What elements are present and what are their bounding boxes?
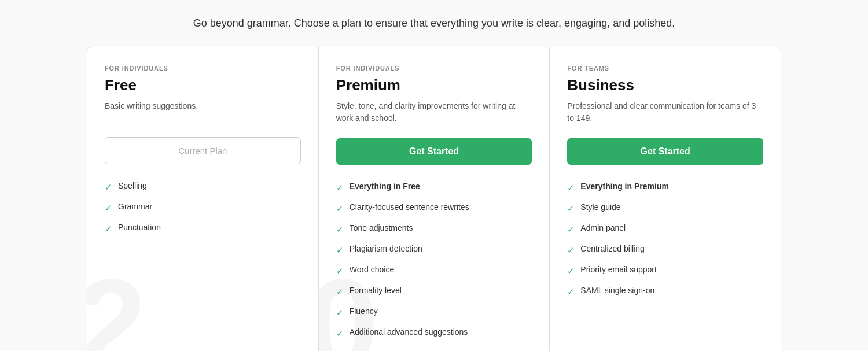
list-item: ✓Tone adjustments — [336, 223, 532, 235]
feature-label: Punctuation — [118, 222, 161, 234]
feature-label: Additional advanced suggestions — [350, 327, 468, 338]
plan-business: FOR TEAMSBusinessProfessional and clear … — [550, 47, 781, 351]
check-icon: ✓ — [105, 181, 112, 193]
feature-label: Plagiarism detection — [350, 243, 422, 255]
list-item: ✓Style guide — [567, 202, 763, 215]
plan-premium: 0FOR INDIVIDUALSPremiumStyle, tone, and … — [319, 47, 550, 351]
plan-business-description: Professional and clear communication for… — [567, 100, 763, 124]
feature-label: Fluency — [350, 306, 378, 317]
list-item: ✓Punctuation — [105, 222, 301, 235]
plan-business-for-label: FOR TEAMS — [567, 65, 763, 72]
plan-business-button[interactable]: Get Started — [567, 138, 763, 165]
page-subtitle: Go beyond grammar. Choose a plan to ensu… — [193, 17, 675, 29]
check-icon: ✓ — [336, 182, 344, 194]
list-item: ✓Priority email support — [567, 264, 763, 277]
list-item: ✓Admin panel — [567, 223, 763, 235]
check-icon: ✓ — [567, 223, 575, 235]
list-item: ✓Additional advanced suggestions — [336, 327, 532, 339]
list-item: ✓Everything in Premium — [567, 181, 763, 194]
feature-label: Word choice — [350, 264, 395, 276]
list-item: ✓Centralized billing — [567, 243, 763, 256]
list-item: ✓Spelling — [105, 180, 301, 193]
plan-premium-for-label: FOR INDIVIDUALS — [336, 65, 532, 72]
plan-free-name: Free — [105, 76, 301, 94]
list-item: ✓Plagiarism detection — [336, 243, 532, 256]
feature-label: Priority email support — [580, 264, 657, 276]
feature-label: Formality level — [350, 285, 402, 297]
check-icon: ✓ — [567, 244, 575, 256]
check-icon: ✓ — [105, 223, 112, 235]
feature-label: SAML single sign-on — [580, 285, 654, 297]
check-icon: ✓ — [336, 327, 344, 339]
plan-premium-name: Premium — [336, 76, 532, 94]
check-icon: ✓ — [336, 286, 344, 298]
check-icon: ✓ — [336, 265, 344, 277]
plan-premium-button[interactable]: Get Started — [336, 138, 532, 165]
check-icon: ✓ — [336, 244, 344, 256]
list-item: ✓Fluency — [336, 306, 532, 319]
feature-label: Admin panel — [580, 223, 626, 234]
check-icon: ✓ — [336, 306, 344, 319]
plans-container: 2FOR INDIVIDUALSFreeBasic writing sugges… — [87, 47, 781, 351]
list-item: ✓Clarity-focused sentence rewrites — [336, 202, 532, 215]
feature-label: Tone adjustments — [350, 223, 413, 234]
feature-label: Everything in Premium — [580, 181, 668, 193]
plan-free-description: Basic writing suggestions. — [105, 100, 301, 123]
check-icon: ✓ — [105, 202, 112, 214]
list-item: ✓Everything in Free — [336, 181, 532, 194]
plan-business-name: Business — [567, 76, 763, 94]
plan-free: 2FOR INDIVIDUALSFreeBasic writing sugges… — [87, 47, 319, 351]
check-icon: ✓ — [567, 265, 575, 277]
list-item: ✓Word choice — [336, 264, 532, 277]
feature-label: Clarity-focused sentence rewrites — [350, 202, 469, 213]
check-icon: ✓ — [567, 182, 575, 194]
check-icon: ✓ — [336, 202, 344, 215]
check-icon: ✓ — [336, 223, 344, 235]
plan-free-for-label: FOR INDIVIDUALS — [105, 65, 301, 72]
plan-premium-description: Style, tone, and clarity improvements fo… — [336, 100, 532, 124]
plan-business-features: ✓Everything in Premium✓Style guide✓Admin… — [567, 181, 763, 298]
list-item: ✓Formality level — [336, 285, 532, 298]
feature-label: Spelling — [118, 180, 147, 192]
feature-label: Grammar — [118, 201, 152, 213]
watermark: 2 — [87, 261, 146, 351]
check-icon: ✓ — [567, 286, 575, 298]
feature-label: Everything in Free — [350, 181, 420, 193]
feature-label: Style guide — [580, 202, 620, 213]
plan-free-button: Current Plan — [105, 137, 301, 164]
feature-label: Centralized billing — [580, 243, 645, 255]
list-item: ✓Grammar — [105, 201, 301, 214]
list-item: ✓SAML single sign-on — [567, 285, 763, 298]
plan-premium-features: ✓Everything in Free✓Clarity-focused sent… — [336, 181, 532, 339]
plan-free-features: ✓Spelling✓Grammar✓Punctuation — [105, 180, 301, 235]
check-icon: ✓ — [567, 202, 575, 215]
